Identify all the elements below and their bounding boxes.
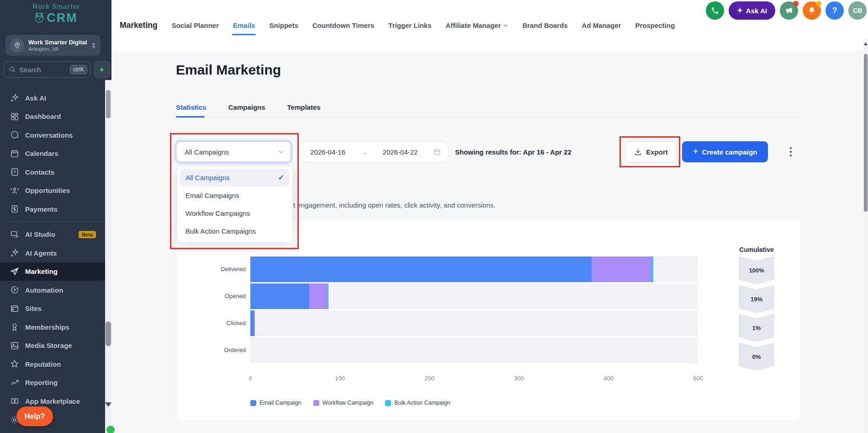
chart-row-clicked: Clicked — [192, 310, 698, 336]
option-email-campaigns[interactable]: Email Campaigns — [180, 187, 290, 204]
sidebar-item-payments[interactable]: Payments — [0, 200, 111, 219]
sidebar-item-dashboard[interactable]: Dashboard — [0, 107, 111, 126]
sidebar-item-sites[interactable]: Sites — [0, 299, 111, 318]
org-name: Work Smarter Digital — [28, 39, 91, 46]
sparkle-icon: ✦ — [737, 6, 743, 15]
marketplace-icon — [10, 396, 19, 406]
bell-icon — [808, 6, 816, 15]
sidebar-item-media-storage[interactable]: Media Storage — [0, 337, 111, 355]
sidebar-item-label: Payments — [25, 205, 58, 213]
brand-line1: Work Smarter — [0, 3, 111, 10]
notifications-button[interactable] — [803, 1, 821, 20]
campaign-filter-select[interactable]: All Campaigns — [176, 141, 291, 162]
sidebar-item-label: Automation — [25, 286, 63, 294]
search-input[interactable]: Search ctrlK — [4, 61, 90, 78]
sidebar-item-memberships[interactable]: Memberships — [0, 318, 111, 337]
check-icon: ✓ — [278, 173, 284, 182]
tab-campaigns[interactable]: Campaigns — [228, 103, 265, 111]
legend-swatch — [385, 400, 391, 406]
bar-track — [250, 283, 698, 309]
campaign-filter-menu: All Campaigns ✓ Email Campaigns Workflow… — [177, 166, 292, 242]
bolt-icon — [99, 66, 106, 73]
phone-button[interactable] — [706, 1, 724, 20]
legend-label: Email Campaign — [259, 400, 302, 406]
export-label: Export — [646, 148, 668, 156]
date-to: 2026-04-22 — [383, 148, 418, 156]
sidebar-item-calendars[interactable]: Calendars — [0, 144, 111, 163]
avatar-initials: CB — [853, 7, 862, 14]
legend-item-bulk: Bulk Action Campaign — [385, 400, 450, 406]
bar-segment-email — [250, 283, 309, 309]
sidebar-item-automation[interactable]: Automation — [0, 281, 111, 299]
org-switcher[interactable]: Work Smarter Digital Arlington, VA ▲▼ — [5, 35, 101, 56]
nav-item-snippets[interactable]: Snippets — [269, 21, 298, 29]
sidebar-item-label: Opportunities — [25, 187, 70, 194]
sidebar-item-conversations[interactable]: Conversations — [0, 126, 111, 144]
sites-icon — [10, 304, 19, 313]
avatar[interactable]: CB — [848, 1, 867, 20]
x-tick: 300 — [514, 375, 524, 382]
date-range-picker[interactable]: 2026-04-16 → 2026-04-22 — [299, 141, 449, 162]
active-tab-underline — [176, 116, 205, 118]
x-tick: 200 — [424, 375, 434, 382]
bar-segment-workflow — [592, 257, 651, 282]
nav-item-trigger-links[interactable]: Trigger Links — [388, 21, 431, 29]
announcements-button[interactable] — [780, 1, 798, 20]
nav-item-brand-boards[interactable]: Brand Boards — [522, 21, 567, 29]
help-center-button[interactable]: ? — [826, 1, 844, 20]
sidebar-item-app-marketplace[interactable]: App Marketplace — [0, 392, 111, 411]
sidebar-item-reporting[interactable]: Reporting — [0, 374, 111, 392]
option-bulk-action-campaigns[interactable]: Bulk Action Campaigns — [180, 222, 290, 240]
chart-row-delivered: Delivered — [192, 257, 698, 282]
payments-icon — [10, 204, 19, 214]
export-button[interactable]: Export — [625, 141, 677, 162]
sidebar-item-label: Contacts — [25, 168, 54, 176]
sidebar-scroll-down-arrow-icon[interactable] — [105, 402, 111, 407]
ask-ai-button[interactable]: ✦ Ask AI — [729, 1, 775, 20]
nav-item-prospecting[interactable]: Prospecting — [635, 21, 675, 29]
tabs-divider — [176, 117, 801, 118]
sidebar-scrollbar-thumb[interactable] — [106, 90, 111, 118]
sidebar-item-marketing[interactable]: Marketing — [0, 262, 111, 281]
create-campaign-button[interactable]: + Create campaign — [682, 141, 768, 162]
sidebar-item-opportunities[interactable]: Opportunities — [0, 182, 111, 200]
nav-item-label: Affiliate Manager — [446, 21, 501, 29]
sidebar-item-label: Reputation — [25, 360, 61, 368]
nav-section-title[interactable]: Marketing — [120, 21, 158, 30]
legend-item-email: Email Campaign — [250, 400, 302, 406]
notification-dot — [793, 1, 799, 6]
main-scrollbar-up-arrow-icon[interactable] — [864, 42, 868, 45]
main-scrollbar-thumb[interactable] — [864, 54, 868, 212]
nav-item-emails[interactable]: Emails — [233, 21, 255, 29]
quick-actions-button[interactable] — [94, 61, 110, 78]
calendar-icon — [10, 149, 19, 158]
sidebar-item-ai-studio[interactable]: AI Studio Beta — [0, 225, 111, 244]
brand-line2: CRM — [47, 11, 78, 25]
sidebar-scrollbar-thumb-lower[interactable] — [106, 321, 111, 346]
search-icon — [9, 66, 16, 73]
option-all-campaigns[interactable]: All Campaigns ✓ — [180, 169, 290, 187]
tab-statistics[interactable]: Statistics — [176, 103, 206, 111]
legend-swatch — [313, 400, 319, 406]
sidebar-item-label: Conversations — [25, 131, 73, 139]
nav-item-countdown-timers[interactable]: Countdown Timers — [312, 21, 375, 29]
sidebar-item-contacts[interactable]: Contacts — [0, 163, 111, 182]
location-pin-icon — [14, 42, 21, 49]
tab-templates[interactable]: Templates — [287, 103, 321, 111]
sidebar-item-ask-ai[interactable]: Ask AI — [0, 89, 111, 107]
help-button[interactable]: Help? — [16, 406, 53, 426]
nav-item-affiliate-manager[interactable]: Affiliate Manager — [446, 21, 508, 29]
nav-item-social-planner[interactable]: Social Planner — [172, 21, 219, 29]
nav-item-ad-manager[interactable]: Ad Manager — [582, 21, 621, 29]
sidebar-item-reputation[interactable]: Reputation — [0, 355, 111, 374]
option-workflow-campaigns[interactable]: Workflow Campaigns — [180, 204, 290, 222]
sidebar-item-ai-agents[interactable]: AI Agents — [0, 244, 111, 262]
bar-segment-workflow — [309, 283, 327, 309]
megaphone-icon — [785, 6, 794, 15]
chart-row-opened: Opened — [192, 283, 698, 309]
ask-ai-label: Ask AI — [746, 7, 767, 15]
sidebar-scrollbar-track[interactable] — [105, 80, 111, 433]
more-options-button[interactable] — [787, 144, 795, 159]
sidebar-divider — [5, 222, 107, 222]
chart-row-ordered: Ordered — [192, 337, 698, 363]
